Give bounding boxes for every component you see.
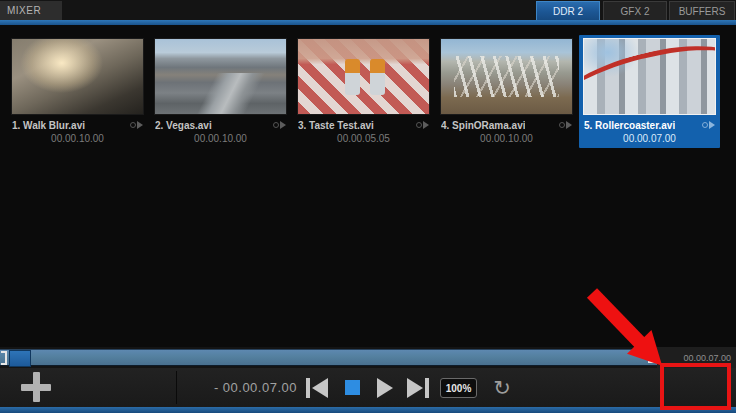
- tab-mixer[interactable]: MIXER: [0, 1, 62, 20]
- stop-icon: [345, 380, 360, 395]
- clip-bin: 1. Walk Blur.avi 00.00.10.00 2. Vegas.av…: [0, 25, 736, 347]
- clip-thumbnail: [154, 38, 287, 115]
- clip-grid: 1. Walk Blur.avi 00.00.10.00 2. Vegas.av…: [7, 35, 720, 148]
- clip-thumbnail: [11, 38, 144, 115]
- clip-duration: 00.00.05.05: [296, 133, 431, 144]
- speed-button[interactable]: 100%: [440, 378, 477, 398]
- tab-buffers[interactable]: BUFFERS: [669, 1, 735, 20]
- clip-duration: 00.00.10.00: [10, 133, 145, 144]
- stop-button[interactable]: [337, 373, 367, 402]
- tab-gfx2-label: GFX 2: [621, 6, 650, 17]
- annotation-red-rectangle: [660, 363, 731, 410]
- remaining-timecode: - 00.00.07.00: [205, 368, 297, 407]
- clip-thumbnail: [583, 38, 716, 115]
- top-tab-bar: MIXER DDR 2 GFX 2 BUFFERS: [0, 0, 736, 20]
- clip-item-spinorama[interactable]: 4. SpinORama.avi 00.00.10.00: [436, 35, 577, 148]
- tab-gfx2[interactable]: GFX 2: [603, 1, 667, 20]
- trim-in-marker[interactable]: [1, 351, 7, 365]
- clip-duration: 00.00.10.00: [439, 133, 574, 144]
- scrubber-track[interactable]: [0, 349, 657, 366]
- skip-start-icon: [312, 378, 328, 398]
- clip-thumbnail: [440, 38, 573, 115]
- add-clip-button[interactable]: [14, 370, 58, 404]
- tab-buffers-label: BUFFERS: [679, 6, 726, 17]
- clip-duration: 00.00.10.00: [153, 133, 288, 144]
- skip-to-end-button[interactable]: [403, 373, 433, 402]
- tab-ddr2-label: DDR 2: [553, 6, 583, 17]
- clip-item-rollercoaster-selected[interactable]: 5. Rollercoaster.avi 00.00.07.00: [579, 35, 720, 148]
- clip-duration: 00.00.07.00: [582, 133, 717, 144]
- play-button[interactable]: [370, 373, 400, 402]
- ddr-panel: MIXER DDR 2 GFX 2 BUFFERS 1. Walk Blur.a…: [0, 0, 736, 413]
- play-icon: [377, 378, 393, 398]
- skip-to-start-button[interactable]: [302, 373, 332, 402]
- clip-name: 3. Taste Test.avi: [298, 120, 374, 131]
- out-timecode: 00.00.07.00: [683, 353, 731, 363]
- clip-item-taste-test[interactable]: 3. Taste Test.avi 00.00.05.05: [293, 35, 434, 148]
- clip-item-vegas[interactable]: 2. Vegas.avi 00.00.10.00: [150, 35, 291, 148]
- mixer-label: MIXER: [7, 5, 41, 16]
- clip-audio-icon[interactable]: [416, 121, 429, 129]
- accent-strip-bottom: [0, 407, 736, 413]
- loop-button[interactable]: ↻: [487, 372, 517, 403]
- clip-thumbnail: [297, 38, 430, 115]
- skip-start-icon: [306, 378, 310, 398]
- clip-name: 5. Rollercoaster.avi: [584, 120, 675, 131]
- scrubber-playhead[interactable]: [9, 350, 31, 367]
- plus-icon: [33, 372, 40, 402]
- tab-ddr2[interactable]: DDR 2: [536, 1, 600, 20]
- clip-name: 2. Vegas.avi: [155, 120, 212, 131]
- clip-item-walk-blur[interactable]: 1. Walk Blur.avi 00.00.10.00: [7, 35, 148, 148]
- divider: [176, 371, 177, 404]
- clip-name: 1. Walk Blur.avi: [12, 120, 85, 131]
- clip-audio-icon[interactable]: [702, 121, 715, 129]
- loop-arrow-icon: ↻: [493, 376, 511, 400]
- transport-bar: - 00.00.07.00 100% ↻ Single Autoplay: [0, 368, 736, 407]
- skip-end-icon: [407, 378, 423, 398]
- skip-end-icon: [425, 378, 429, 398]
- clip-name: 4. SpinORama.avi: [441, 120, 525, 131]
- clip-audio-icon[interactable]: [559, 121, 572, 129]
- clip-audio-icon[interactable]: [130, 121, 143, 129]
- clip-audio-icon[interactable]: [273, 121, 286, 129]
